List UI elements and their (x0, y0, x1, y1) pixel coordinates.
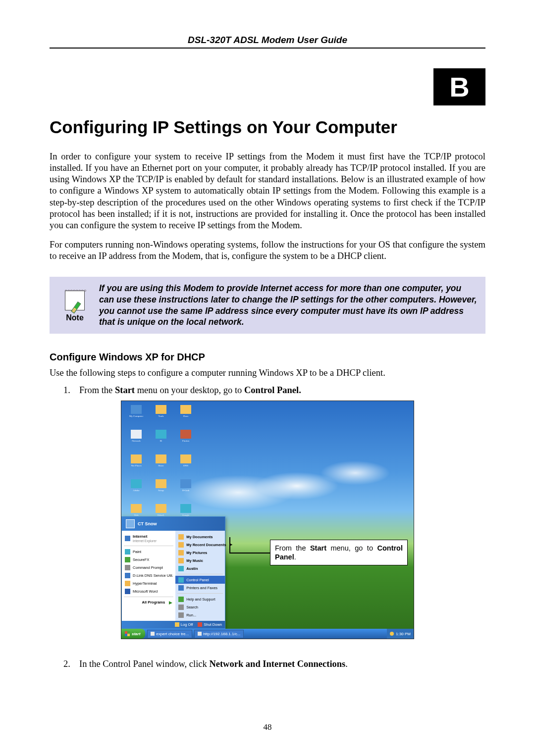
start-item-printers[interactable]: Printers and Faxes (175, 584, 225, 592)
taskbar-task[interactable]: http://192.168.1.1/c... (194, 630, 244, 638)
start-item-search[interactable]: Search (175, 603, 225, 611)
desktop-icon[interactable]: Tools (150, 405, 172, 427)
start-item-hyperterminal[interactable]: HyperTerminal (122, 579, 175, 587)
callout-connector-icon (229, 537, 230, 554)
sub-intro: Use the following steps to configure a c… (50, 368, 485, 378)
notepad-icon: oooooooo (64, 289, 86, 311)
start-menu-header: CT Snow (122, 517, 225, 531)
note-label: Note (66, 313, 84, 322)
shutdown-button[interactable]: Shut Down (198, 622, 222, 627)
header-rule (50, 48, 485, 49)
note-callout: oooooooo Note If you are using this Mode… (50, 277, 485, 334)
taskbar: start expert choice tre... http://192.16… (121, 629, 414, 639)
start-button[interactable]: start (121, 629, 145, 639)
tray-icon[interactable] (390, 632, 394, 636)
desktop-icon[interactable]: D-Link (175, 479, 197, 501)
windows-xp-screenshot: My Computer Tools Docs Network IE Firefo… (121, 401, 414, 639)
desktop-icon[interactable]: My Computer (125, 405, 147, 427)
start-item-cmd[interactable]: Command Prompt (122, 563, 175, 571)
intro-paragraph-2: For computers running non-Windows operat… (50, 239, 485, 262)
intro-paragraph-1: In order to configure your system to rec… (50, 151, 485, 231)
step-1: 1. From the Start menu on your desktop, … (50, 385, 485, 396)
doc-header-title: DSL-320T ADSL Modem User Guide (50, 35, 485, 46)
start-item-run[interactable]: Run... (175, 611, 225, 619)
desktop-icon[interactable]: Network (125, 430, 147, 452)
start-menu-left-col: InternetInternet Explorer Paint SecureFX… (122, 531, 175, 621)
start-item-word[interactable]: Microsoft Word (122, 587, 175, 595)
taskbar-task[interactable]: expert choice tre... (147, 630, 192, 638)
start-item-securefx[interactable]: SecureFX (122, 555, 175, 563)
start-item-internet[interactable]: InternetInternet Explorer (122, 533, 175, 544)
appendix-letter-badge: B (433, 68, 485, 105)
page-title: Configuring IP Settings on Your Computer (50, 117, 485, 137)
tray-clock: 1:30 PM (396, 632, 411, 636)
user-avatar-icon (126, 519, 135, 528)
start-menu-user: CT Snow (138, 521, 157, 526)
note-text: If you are using this Modem to provide I… (99, 283, 478, 328)
desktop-icon[interactable]: IE (150, 430, 172, 452)
step-number: 1. (50, 385, 79, 396)
desktop-icon[interactable]: Docs (175, 405, 197, 427)
start-menu: CT Snow InternetInternet Explorer Paint … (121, 516, 225, 629)
desktop-icon[interactable]: Adobe (125, 479, 147, 501)
start-item-all-programs[interactable]: All Programs▶ (122, 599, 175, 606)
desktop-icon[interactable]: Firefox (175, 430, 197, 452)
start-item-help[interactable]: Help and Support (175, 595, 225, 603)
start-item-dlink-dns[interactable]: D-Link DNS Service Util. (122, 571, 175, 579)
windows-logo-icon (125, 631, 130, 636)
subheading: Configure Windows XP for DHCP (50, 352, 485, 363)
desktop-icon[interactable]: Share (150, 454, 172, 476)
start-item-recent-docs[interactable]: My Recent Documents▶ (175, 541, 225, 549)
start-item-mydocs[interactable]: My Documents (175, 533, 225, 541)
start-menu-right-col: My Documents My Recent Documents▶ My Pic… (175, 531, 225, 621)
logoff-button[interactable]: Log Off (175, 622, 193, 627)
step-2: 2. In the Control Panel window, click Ne… (50, 659, 485, 669)
instruction-callout: From the Start menu, go to Control Panel… (270, 540, 408, 565)
system-tray[interactable]: 1:30 PM (387, 629, 414, 639)
step-text: In the Control Panel window, click Netwo… (79, 659, 485, 669)
page-number: 48 (0, 722, 535, 732)
start-item-austin[interactable]: Austin (175, 564, 225, 572)
start-item-mypictures[interactable]: My Pictures (175, 549, 225, 556)
desktop-icon[interactable]: DNS (175, 454, 197, 476)
start-item-paint[interactable]: Paint (122, 548, 175, 555)
desktop-icon[interactable]: Net Places (125, 454, 147, 476)
start-menu-footer: Log Off Shut Down (122, 621, 225, 628)
start-item-control-panel[interactable]: Control Panel (175, 576, 225, 584)
step-text: From the Start menu on your desktop, go … (79, 385, 485, 396)
desktop-icon[interactable]: Setup (150, 479, 172, 501)
step-number: 2. (50, 659, 79, 669)
start-item-mymusic[interactable]: My Music (175, 556, 225, 564)
